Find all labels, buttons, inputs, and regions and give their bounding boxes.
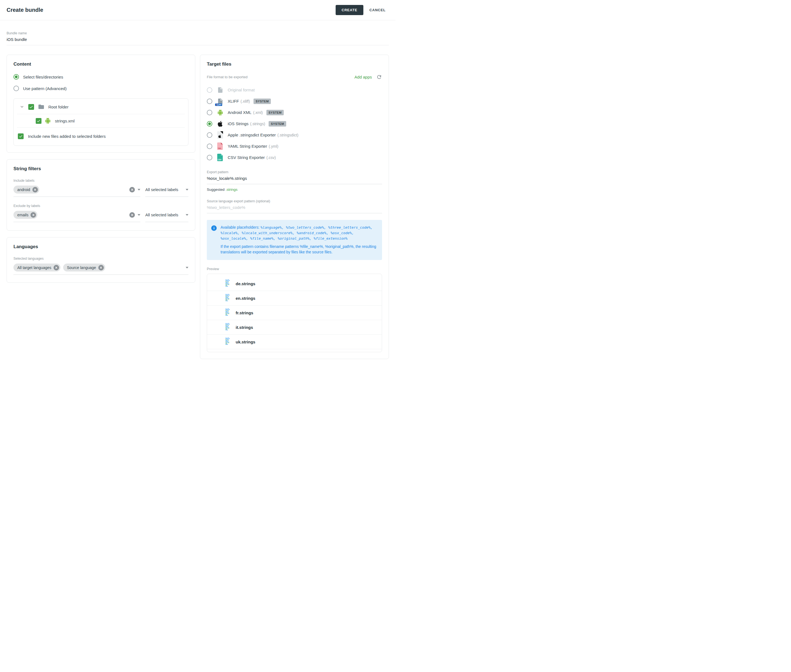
preview-box: de.strings en.strings bbox=[207, 274, 382, 352]
format-row-ios-strings[interactable]: iOS Strings (.strings) SYSTEM bbox=[207, 118, 382, 129]
label-chip-emails: emails × bbox=[13, 211, 37, 219]
radio-unselected-icon[interactable] bbox=[207, 110, 212, 115]
strings-file-icon bbox=[226, 323, 231, 331]
preview-row: it.strings bbox=[207, 320, 382, 334]
dropdown-caret-icon[interactable] bbox=[186, 267, 188, 269]
exclude-mode-select[interactable]: All selected labels bbox=[145, 211, 188, 222]
format-ext: (.csv) bbox=[266, 155, 276, 160]
radio-unselected-icon[interactable] bbox=[207, 155, 212, 160]
format-row-android-xml[interactable]: Android XML (.xml) SYSTEM bbox=[207, 107, 382, 118]
chip-text: Source language bbox=[67, 266, 96, 270]
yaml-file-icon: YML bbox=[217, 142, 224, 150]
strings-file-icon bbox=[226, 338, 231, 346]
file-tree: Root folder strings.xml bbox=[13, 98, 188, 146]
preview-file-name: fr.strings bbox=[236, 310, 253, 315]
strings-file-icon bbox=[226, 294, 231, 302]
radio-selected-icon[interactable] bbox=[13, 74, 19, 80]
chevron-down-icon[interactable] bbox=[20, 105, 25, 109]
system-badge: SYSTEM bbox=[266, 110, 284, 115]
page-title: Create bundle bbox=[6, 7, 335, 13]
preview-row: fr.strings bbox=[207, 306, 382, 320]
bundle-name-value[interactable]: iOS bundle bbox=[6, 37, 389, 42]
string-filters-title: String filters bbox=[13, 166, 188, 171]
document-icon bbox=[217, 86, 224, 94]
content-title: Content bbox=[13, 61, 188, 67]
format-ext: (.yml) bbox=[269, 144, 278, 149]
radio-unselected-icon[interactable] bbox=[207, 144, 212, 149]
tree-row-root-folder[interactable]: Root folder bbox=[17, 99, 185, 114]
language-chip-source: Source language × bbox=[63, 264, 105, 272]
cancel-button[interactable]: CANCEL bbox=[366, 5, 389, 15]
format-row-original[interactable]: Original format bbox=[207, 84, 382, 96]
root-folder-checkbox[interactable] bbox=[28, 104, 34, 110]
radio-unselected-icon[interactable] bbox=[13, 86, 19, 91]
file-checkbox[interactable] bbox=[36, 118, 42, 124]
format-row-yaml[interactable]: YML YAML String Exporter (.yml) bbox=[207, 141, 382, 152]
format-row-xliff[interactable]: XLIFF XLIFF (.xliff) SYSTEM bbox=[207, 96, 382, 107]
remove-chip-icon[interactable]: × bbox=[98, 265, 104, 270]
radio-unselected-icon[interactable] bbox=[207, 99, 212, 104]
root-folder-label: Root folder bbox=[48, 105, 68, 109]
dropdown-caret-icon[interactable] bbox=[138, 189, 140, 190]
clear-field-icon[interactable]: × bbox=[129, 187, 135, 192]
radio-selected-icon[interactable] bbox=[207, 121, 212, 126]
dropdown-caret-icon[interactable] bbox=[186, 214, 188, 216]
source-pattern-label: Source language export pattern (optional… bbox=[207, 199, 382, 203]
preview-file-name: de.strings bbox=[236, 282, 255, 286]
format-name: Original format bbox=[228, 88, 255, 92]
source-pattern-placeholder[interactable]: %two_letters_code% bbox=[207, 205, 382, 210]
export-pattern-label: Export pattern bbox=[207, 170, 382, 174]
format-name: Apple .stringsdict Exporter bbox=[228, 133, 276, 137]
format-row-csv[interactable]: CSV CSV String Exporter (.csv) bbox=[207, 152, 382, 163]
dropdown-caret-icon[interactable] bbox=[186, 189, 188, 190]
include-labels-field[interactable]: android × × bbox=[13, 185, 140, 197]
target-files-title: Target files bbox=[207, 61, 382, 67]
system-badge: SYSTEM bbox=[269, 121, 286, 126]
format-row-stringsdict[interactable]: Apple .stringsdict Exporter (.stringsdic… bbox=[207, 129, 382, 141]
bundle-name-field[interactable]: Bundle name iOS bundle bbox=[6, 31, 389, 45]
export-pattern-value[interactable]: %osx_locale%.strings bbox=[207, 176, 382, 181]
radio-use-pattern[interactable]: Use pattern (Advanced) bbox=[13, 86, 188, 91]
remove-chip-icon[interactable]: × bbox=[32, 187, 38, 192]
preview-row: uk.strings bbox=[207, 334, 382, 349]
add-apps-link[interactable]: Add apps bbox=[355, 75, 372, 79]
exclude-labels-field[interactable]: emails × × bbox=[13, 211, 140, 222]
string-filters-card: String filters Include labels android × … bbox=[6, 159, 195, 230]
content-card: Content Select files/directories Use pat… bbox=[6, 54, 195, 153]
placeholders-info-box: i Available placeholders: %language%, %t… bbox=[207, 220, 382, 260]
include-new-files-row[interactable]: Include new files added to selected fold… bbox=[17, 127, 185, 146]
languages-title: Languages bbox=[13, 244, 188, 250]
clear-field-icon[interactable]: × bbox=[129, 212, 135, 218]
tree-row-strings-xml[interactable]: strings.xml bbox=[17, 114, 185, 127]
radio-use-pattern-label: Use pattern (Advanced) bbox=[23, 86, 66, 91]
remove-chip-icon[interactable]: × bbox=[30, 212, 36, 218]
include-mode-select[interactable]: All selected labels bbox=[145, 185, 188, 197]
strings-file-icon bbox=[226, 309, 231, 317]
strings-file-icon bbox=[226, 280, 231, 288]
radio-select-files[interactable]: Select files/directories bbox=[13, 74, 188, 80]
android-icon bbox=[217, 109, 224, 117]
suggested-extension-link[interactable]: .strings bbox=[226, 187, 237, 192]
placeholders-line: Available placeholders: %language%, %two… bbox=[221, 225, 377, 241]
format-name: Android XML bbox=[228, 110, 252, 115]
refresh-icon[interactable] bbox=[376, 74, 382, 80]
preview-row: de.strings bbox=[207, 277, 382, 291]
xliff-icon: XLIFF bbox=[217, 97, 224, 106]
export-pattern-field[interactable]: Export pattern %osx_locale%.strings bbox=[207, 170, 382, 184]
selected-languages-field[interactable]: All target languages × Source language × bbox=[13, 263, 188, 275]
remove-chip-icon[interactable]: × bbox=[53, 265, 59, 270]
language-chip-all-target: All target languages × bbox=[13, 264, 61, 272]
selected-languages-label: Selected languages bbox=[13, 257, 188, 261]
folder-icon bbox=[38, 104, 45, 110]
create-button[interactable]: CREATE bbox=[335, 5, 363, 15]
strings-xml-label: strings.xml bbox=[55, 118, 75, 123]
exclude-mode-value: All selected labels bbox=[145, 213, 178, 217]
include-mode-value: All selected labels bbox=[145, 187, 178, 192]
radio-unselected-icon[interactable] bbox=[207, 87, 212, 93]
source-pattern-field[interactable]: Source language export pattern (optional… bbox=[207, 199, 382, 213]
dropdown-caret-icon[interactable] bbox=[138, 214, 140, 216]
include-new-files-checkbox[interactable] bbox=[18, 133, 24, 139]
radio-unselected-icon[interactable] bbox=[207, 132, 212, 138]
chip-text: All target languages bbox=[17, 266, 51, 270]
system-badge: SYSTEM bbox=[254, 99, 271, 104]
